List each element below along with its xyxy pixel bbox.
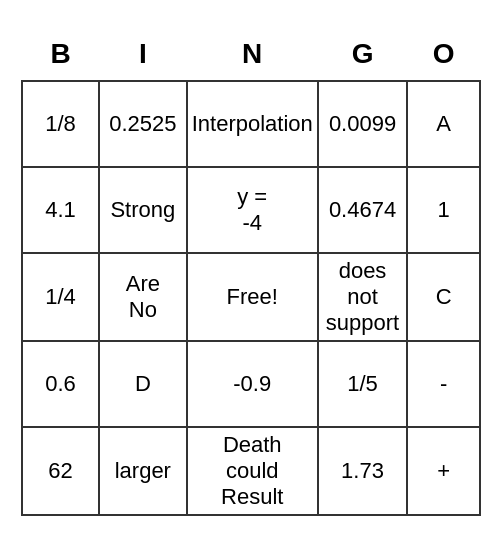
bingo-header-I: I — [99, 29, 187, 81]
cell-r4-c1: larger — [99, 427, 187, 515]
bingo-header-O: O — [407, 29, 480, 81]
cell-r2-c3: doesnotsupport — [318, 253, 407, 341]
cell-r4-c2: DeathcouldResult — [187, 427, 318, 515]
bingo-header-B: B — [22, 29, 99, 81]
bingo-card: BINGO 1/80.2525Interpolation0.0099A4.1St… — [21, 29, 481, 516]
table-row: 62largerDeathcouldResult1.73+ — [22, 427, 480, 515]
cell-r0-c0: 1/8 — [22, 81, 99, 167]
cell-r3-c1: D — [99, 341, 187, 427]
cell-r1-c2: y =-4 — [187, 167, 318, 253]
cell-r1-c1: Strong — [99, 167, 187, 253]
cell-r0-c2: Interpolation — [187, 81, 318, 167]
table-row: 1/80.2525Interpolation0.0099A — [22, 81, 480, 167]
cell-r3-c3: 1/5 — [318, 341, 407, 427]
cell-r4-c3: 1.73 — [318, 427, 407, 515]
cell-r4-c4: + — [407, 427, 480, 515]
table-row: 4.1Strongy =-40.46741 — [22, 167, 480, 253]
table-row: 1/4AreNoFree!doesnotsupportC — [22, 253, 480, 341]
cell-r1-c4: 1 — [407, 167, 480, 253]
cell-r3-c0: 0.6 — [22, 341, 99, 427]
cell-r0-c3: 0.0099 — [318, 81, 407, 167]
cell-r3-c4: - — [407, 341, 480, 427]
cell-r2-c0: 1/4 — [22, 253, 99, 341]
table-row: 0.6D-0.91/5- — [22, 341, 480, 427]
cell-r2-c1: AreNo — [99, 253, 187, 341]
bingo-header-N: N — [187, 29, 318, 81]
cell-r2-c2: Free! — [187, 253, 318, 341]
cell-r1-c0: 4.1 — [22, 167, 99, 253]
cell-r3-c2: -0.9 — [187, 341, 318, 427]
cell-r0-c4: A — [407, 81, 480, 167]
cell-r4-c0: 62 — [22, 427, 99, 515]
cell-r1-c3: 0.4674 — [318, 167, 407, 253]
cell-r2-c4: C — [407, 253, 480, 341]
bingo-header-G: G — [318, 29, 407, 81]
cell-r0-c1: 0.2525 — [99, 81, 187, 167]
